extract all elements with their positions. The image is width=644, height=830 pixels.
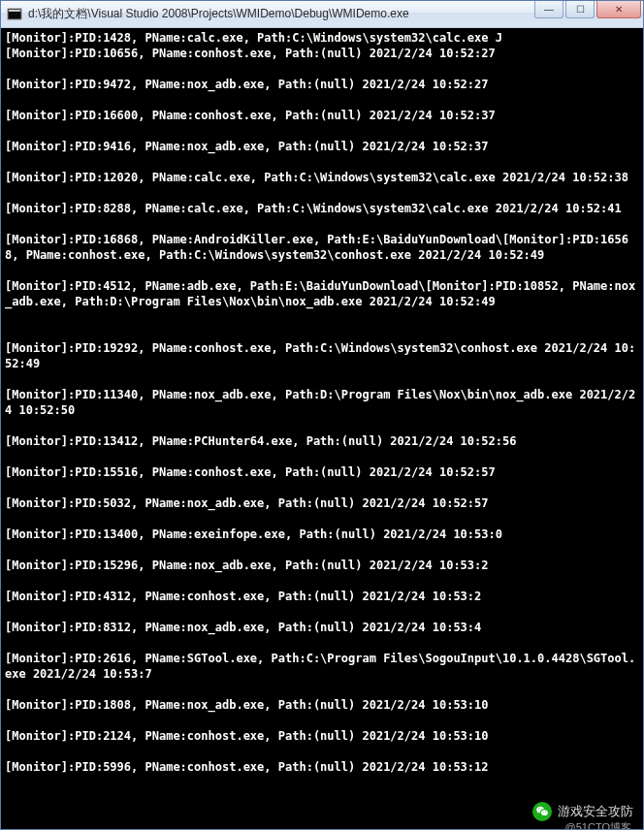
window-title: d:\我的文档\Visual Studio 2008\Projects\WMID… xyxy=(28,6,532,22)
console-line xyxy=(5,604,639,620)
console-line: [Monitor]:PID:13412, PName:PCHunter64.ex… xyxy=(5,433,639,449)
console-line xyxy=(5,480,639,495)
close-button[interactable]: ✕ xyxy=(596,1,641,18)
console-line: [Monitor]:PID:9416, PName:nox_adb.exe, P… xyxy=(5,139,639,154)
wechat-icon xyxy=(532,802,552,821)
watermark-sub: @51CTO博客 xyxy=(565,819,631,829)
console-line xyxy=(5,635,639,651)
console-line xyxy=(5,185,639,201)
console-line: [Monitor]:PID:15516, PName:conhost.exe, … xyxy=(5,464,639,480)
watermark-text: 游戏安全攻防 xyxy=(558,804,633,819)
console-line: [Monitor]:PID:1428, PName:calc.exe, Path… xyxy=(5,30,639,46)
console-line: [Monitor]:PID:5032, PName:nox_adb.exe, P… xyxy=(5,495,639,511)
console-line: [Monitor]:PID:8312, PName:nox_adb.exe, P… xyxy=(5,620,639,635)
console-line: [Monitor]:PID:19292, PName:conhost.exe, … xyxy=(5,340,639,371)
console-line: [Monitor]:PID:2124, PName:conhost.exe, P… xyxy=(5,728,639,744)
console-line: [Monitor]:PID:8288, PName:calc.exe, Path… xyxy=(5,201,639,216)
console-line xyxy=(5,371,639,387)
console-line xyxy=(5,92,639,108)
svg-rect-1 xyxy=(9,10,20,12)
console-line xyxy=(5,573,639,589)
console-line: [Monitor]:PID:10656, PName:conhost.exe, … xyxy=(5,46,639,61)
console-line xyxy=(5,744,639,759)
minimize-button[interactable]: — xyxy=(534,1,564,18)
console-line: [Monitor]:PID:1808, PName:nox_adb.exe, P… xyxy=(5,697,639,713)
console-line xyxy=(5,511,639,527)
console-line: [Monitor]:PID:16868, PName:AndroidKiller… xyxy=(5,232,639,263)
console-line xyxy=(5,61,639,77)
minimize-icon: — xyxy=(544,4,554,15)
console-output[interactable]: [Monitor]:PID:1428, PName:calc.exe, Path… xyxy=(1,28,643,829)
console-line: [Monitor]:PID:15296, PName:nox_adb.exe, … xyxy=(5,558,639,573)
console-line: [Monitor]:PID:12020, PName:calc.exe, Pat… xyxy=(5,170,639,185)
console-line xyxy=(5,713,639,728)
app-icon xyxy=(7,7,22,22)
console-line xyxy=(5,216,639,232)
console-line xyxy=(5,449,639,464)
title-bar[interactable]: d:\我的文档\Visual Studio 2008\Projects\WMID… xyxy=(1,1,643,28)
app-window: d:\我的文档\Visual Studio 2008\Projects\WMID… xyxy=(0,0,644,830)
close-icon: ✕ xyxy=(615,4,623,15)
console-line xyxy=(5,542,639,558)
maximize-icon: ☐ xyxy=(576,4,585,15)
svg-rect-2 xyxy=(9,13,20,18)
console-line: [Monitor]:PID:4512, PName:adb.exe, Path:… xyxy=(5,278,639,309)
watermark: 游戏安全攻防 xyxy=(532,802,633,821)
console-line xyxy=(5,263,639,278)
maximize-button[interactable]: ☐ xyxy=(565,1,595,18)
console-line: [Monitor]:PID:4312, PName:conhost.exe, P… xyxy=(5,589,639,604)
console-line: [Monitor]:PID:16600, PName:conhost.exe, … xyxy=(5,108,639,123)
console-line xyxy=(5,309,639,325)
console-line: [Monitor]:PID:13400, PName:exeinfope.exe… xyxy=(5,527,639,542)
console-line: [Monitor]:PID:11340, PName:nox_adb.exe, … xyxy=(5,387,639,418)
console-line xyxy=(5,325,639,340)
console-line: [Monitor]:PID:5996, PName:conhost.exe, P… xyxy=(5,759,639,775)
console-line xyxy=(5,154,639,170)
console-line: [Monitor]:PID:9472, PName:nox_adb.exe, P… xyxy=(5,77,639,92)
window-controls: — ☐ ✕ xyxy=(532,1,641,20)
console-line xyxy=(5,123,639,139)
console-line: [Monitor]:PID:2616, PName:SGTool.exe, Pa… xyxy=(5,651,639,682)
console-line xyxy=(5,682,639,697)
console-line xyxy=(5,418,639,433)
